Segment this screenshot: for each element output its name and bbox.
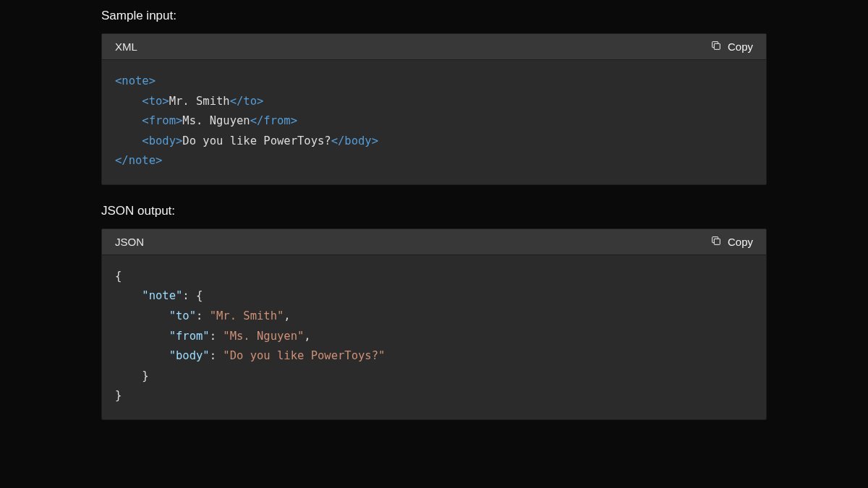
json-copy-button[interactable]: Copy bbox=[710, 235, 753, 249]
json-code-body: { "note": { "to": "Mr. Smith", "from": "… bbox=[102, 255, 766, 419]
copy-label: Copy bbox=[728, 236, 753, 248]
xml-code-panel: XML Copy <note> <to>Mr. Smith</to> <from… bbox=[101, 33, 767, 185]
xml-lang-label: XML bbox=[115, 40, 137, 53]
svg-rect-1 bbox=[714, 239, 720, 244]
json-lang-label: JSON bbox=[115, 236, 144, 248]
sample-input-heading: Sample input: bbox=[101, 9, 767, 23]
doc-container: Sample input: XML Copy <note> <to>Mr. Sm… bbox=[0, 0, 868, 420]
xml-code-header: XML Copy bbox=[102, 34, 766, 60]
xml-code-body: <note> <to>Mr. Smith</to> <from>Ms. Nguy… bbox=[102, 60, 766, 184]
copy-icon bbox=[710, 40, 722, 53]
xml-copy-button[interactable]: Copy bbox=[710, 40, 753, 53]
copy-label: Copy bbox=[728, 40, 753, 53]
json-output-heading: JSON output: bbox=[101, 204, 767, 218]
copy-icon bbox=[710, 235, 722, 249]
json-code-header: JSON Copy bbox=[102, 229, 766, 255]
svg-rect-0 bbox=[714, 43, 720, 49]
json-code-panel: JSON Copy { "note": { "to": "Mr. Smith",… bbox=[101, 228, 767, 420]
